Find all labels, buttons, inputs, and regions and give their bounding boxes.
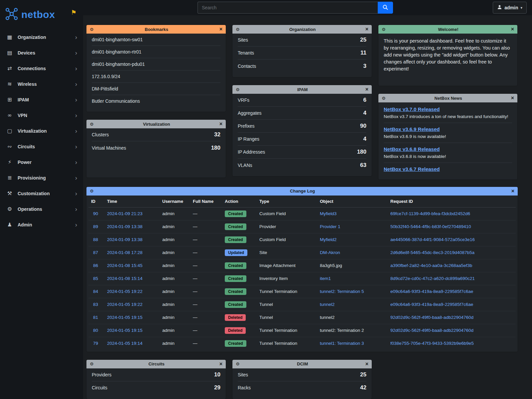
close-icon[interactable]: × [511,27,514,32]
bookmark-item[interactable]: Butler Communications [92,95,220,107]
change-time-link[interactable]: 2024-01-09 13:38 [107,237,143,242]
news-headline-link[interactable]: NetBox v3.6.8 Released [384,146,440,152]
search-button[interactable] [378,2,393,14]
stat-value[interactable]: 4 [363,136,366,142]
gear-icon[interactable]: ⚙ [90,27,94,32]
request-id-link[interactable]: 50b32f40-5464-4f9c-b83f-0ef270489410 [390,224,471,229]
stat-value[interactable]: 63 [360,162,366,169]
stat-value[interactable]: 25 [360,37,366,43]
change-id-link[interactable]: 86 [93,263,98,268]
request-id-link[interactable]: 92d02d9c-562f-49f0-baa8-adb22904760d [390,315,473,320]
request-id-link[interactable]: 8d9cd72e-cd0c-47c2-a620-dc899a690c21 [390,276,475,281]
bookmark-item[interactable]: dmi01-binghamton-sw01 [92,34,220,46]
stat-value[interactable]: 6 [363,97,366,103]
column-header[interactable]: Full Name [190,196,222,207]
request-id-link[interactable]: 2d6d6e8f-5465-45dc-8ec3-2019d4087b5a [390,250,474,255]
request-id-link[interactable]: e09c64a6-93f3-419a-8ea9-229585f7c6ae [390,289,473,294]
column-header[interactable]: Time [104,196,160,207]
change-object-link[interactable]: tunnel1: Termination 3 [320,341,364,346]
request-id-link[interactable]: 92d02d9c-562f-49f0-baa8-adb22904760d [390,328,473,333]
sidebar-item[interactable]: Virtualization › [0,123,83,139]
sidebar-item[interactable]: Operations › [0,201,83,217]
change-time-link[interactable]: 2024-01-05 19:22 [107,302,143,307]
change-time-link[interactable]: 2024-01-05 19:15 [107,315,143,320]
gear-icon[interactable]: ⚙ [236,27,240,32]
column-header[interactable]: Username [160,196,190,207]
change-id-link[interactable]: 87 [93,250,98,255]
change-id-link[interactable]: 84 [93,289,98,294]
stat-value[interactable]: 3 [363,63,366,69]
stat-value[interactable]: 42 [360,384,366,391]
change-object-link[interactable]: tunnel2 [320,315,334,320]
change-time-link[interactable]: 2024-01-05 19:22 [107,289,143,294]
bookmark-item[interactable]: 172.16.0.9/24 [92,70,220,83]
gear-icon[interactable]: ⚙ [236,361,240,366]
change-object-link[interactable]: DM-Akron [320,250,340,255]
change-time-link[interactable]: 2024-01-09 21:23 [107,211,143,216]
stat-value[interactable]: 4 [363,110,366,116]
sidebar-item[interactable]: Admin › [0,217,83,232]
gear-icon[interactable]: ⚙ [90,361,94,366]
change-object-link[interactable]: Myfield3 [320,211,336,216]
stat-value[interactable]: 25 [360,371,366,378]
close-icon[interactable]: × [219,121,222,127]
stat-value[interactable]: 10 [214,371,220,378]
user-menu-button[interactable]: admin ▾ [493,2,527,14]
bookmark-item[interactable]: dmi01-binghamton-rtr01 [92,46,220,58]
column-header[interactable]: ID [88,196,104,207]
column-header[interactable]: Action [222,196,257,207]
sidebar-item[interactable]: Power › [0,154,83,170]
change-id-link[interactable]: 85 [93,276,98,281]
gear-icon[interactable]: ⚙ [382,96,386,101]
sidebar-item[interactable]: Organization › [0,29,83,45]
change-id-link[interactable]: 79 [93,341,98,346]
search-input[interactable] [198,2,378,14]
sidebar-item[interactable]: VPN › [0,107,83,123]
change-time-link[interactable]: 2024-01-08 15:14 [107,276,143,281]
request-id-link[interactable]: e09c64a6-93f3-419a-8ea9-229585f7c6ae [390,302,473,307]
sidebar-item[interactable]: Wireless › [0,76,83,92]
stat-value[interactable]: 32 [214,131,220,138]
news-headline-link[interactable]: NetBox v3.6.7 Released [384,166,440,172]
change-id-link[interactable]: 81 [93,315,98,320]
request-id-link[interactable]: ae445066-387d-44f1-9084-572a05ce3e16 [390,237,475,242]
change-id-link[interactable]: 88 [93,237,98,242]
change-id-link[interactable]: 80 [93,328,98,333]
change-object-link[interactable]: Provider 1 [320,224,340,229]
close-icon[interactable]: × [365,27,368,32]
gear-icon[interactable]: ⚙ [236,87,240,92]
request-id-link[interactable]: f038e755-705e-47f3-9433-5392b9e6b9e5 [390,341,474,346]
close-icon[interactable]: × [365,87,368,92]
sidebar-item[interactable]: Circuits › [0,139,83,154]
sidebar-item[interactable]: Connections › [0,61,83,76]
stat-value[interactable]: 180 [357,149,366,155]
bookmark-item[interactable]: dmi01-binghamton-pdu01 [92,58,220,70]
gear-icon[interactable]: ⚙ [90,122,94,127]
change-time-link[interactable]: 2024-01-08 15:45 [107,263,143,268]
sidebar-item[interactable]: Customization › [0,186,83,201]
column-header[interactable]: Type [257,196,317,207]
news-headline-link[interactable]: NetBox v3.6.9 Released [384,126,440,132]
change-time-link[interactable]: 2024-01-08 17:28 [107,250,143,255]
request-id-link[interactable]: 69fce7cf-1139-4d99-bfea-f3dcbd2452d6 [390,211,470,216]
change-id-link[interactable]: 89 [93,224,98,229]
sidebar-item[interactable]: Provisioning › [0,170,83,186]
change-time-link[interactable]: 2024-01-05 19:15 [107,328,143,333]
change-id-link[interactable]: 90 [93,211,98,216]
change-time-link[interactable]: 2024-01-05 19:14 [107,341,143,346]
change-object-link[interactable]: Myfield2 [320,237,336,242]
netbox-logo-text[interactable]: netbox [21,9,55,20]
close-icon[interactable]: × [511,95,514,101]
bookmark-item[interactable]: DM-Pittsfield [92,83,220,95]
gear-icon[interactable]: ⚙ [90,189,94,194]
change-object-link[interactable]: item1 [320,276,331,281]
flag-icon[interactable]: ⚑ [71,9,76,16]
stat-value[interactable]: 180 [211,145,220,151]
change-object-link[interactable]: tunnel2: Termination 2 [320,328,364,333]
change-object-link[interactable]: 8a3gh5.jpg [320,263,342,268]
stat-value[interactable]: 90 [360,123,366,129]
change-object-link[interactable]: tunnel2 [320,302,334,307]
news-headline-link[interactable]: NetBox v3.7.0 Released [384,106,440,112]
gear-icon[interactable]: ⚙ [382,27,386,32]
stat-value[interactable]: 29 [214,384,220,391]
